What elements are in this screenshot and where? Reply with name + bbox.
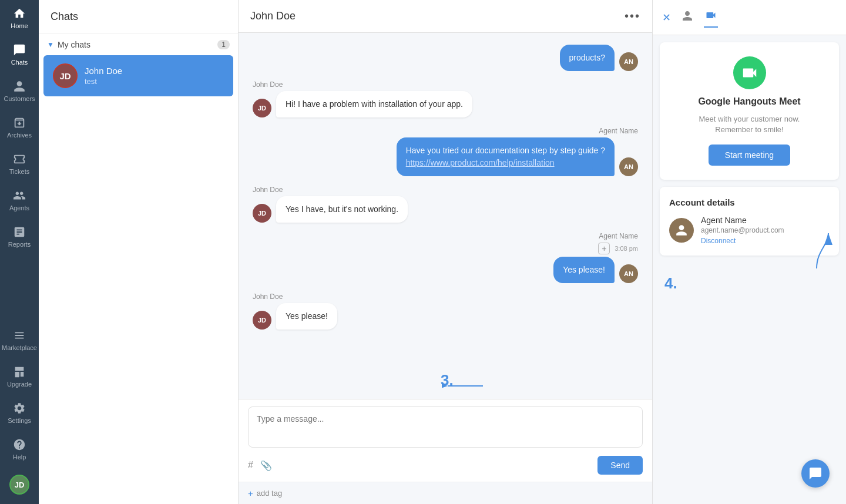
add-tag-plus-icon: + xyxy=(248,488,253,498)
message-sender-label: John Doe xyxy=(253,80,283,89)
sidebar-item-label: Upgrade xyxy=(7,381,32,388)
add-tag-row[interactable]: + add tag xyxy=(239,482,652,504)
customer-avatar: JD xyxy=(253,204,271,223)
more-options-button[interactable]: ••• xyxy=(625,9,640,23)
message-bubble-wrap: AN products? xyxy=(560,45,638,71)
chat-main: John Doe ••• AN products? John Doe JD Hi… xyxy=(239,0,652,504)
hashtag-button[interactable]: # xyxy=(248,460,253,471)
message-bubble-agent: Yes please! xyxy=(553,257,615,283)
customer-avatar: JD xyxy=(253,99,271,117)
sidebar: Home Chats Customers Archives Tickets Ag… xyxy=(0,0,39,504)
sidebar-user-avatar[interactable]: JD xyxy=(0,468,39,504)
sidebar-item-label: Tickets xyxy=(9,168,29,175)
add-tag-label: add tag xyxy=(257,489,282,498)
sidebar-item-archives[interactable]: Archives xyxy=(0,109,39,146)
customers-icon xyxy=(13,80,26,93)
sidebar-item-label: Home xyxy=(11,22,28,29)
tickets-icon xyxy=(13,153,26,166)
chat-input-icons: # 📎 xyxy=(248,460,272,471)
disconnect-link[interactable]: Disconnect xyxy=(701,237,784,245)
hangouts-description: Meet with your customer now.Remember to … xyxy=(699,114,800,135)
sidebar-item-label: Agents xyxy=(9,204,29,211)
message-sender-label: John Doe xyxy=(253,293,283,301)
right-panel: ✕ Google Hangouts Meet Meet with your cu… xyxy=(652,0,846,504)
hangouts-icon xyxy=(733,56,766,89)
sidebar-item-label: Marketplace xyxy=(2,344,37,351)
sidebar-item-marketplace[interactable]: Marketplace xyxy=(0,322,39,358)
marketplace-icon xyxy=(13,329,26,342)
close-panel-button[interactable]: ✕ xyxy=(662,11,671,24)
settings-icon xyxy=(13,402,26,415)
chat-list-item[interactable]: JD John Doe test xyxy=(43,55,233,96)
hangouts-card: Google Hangouts Meet Meet with your cust… xyxy=(660,42,839,180)
message-bubble-agent: Have you tried our documentation step by… xyxy=(397,137,615,176)
message-bubble-wrap: AN Have you tried our documentation step… xyxy=(397,137,638,176)
sidebar-item-label: Reports xyxy=(8,241,31,248)
message-sender-label: Agent Name xyxy=(599,232,638,240)
chats-icon xyxy=(13,43,26,56)
account-agent-email: agent.name@product.com xyxy=(701,226,784,234)
sidebar-item-home[interactable]: Home xyxy=(0,0,39,36)
upgrade-icon xyxy=(13,365,26,378)
panel-tab-video[interactable] xyxy=(704,7,718,28)
sidebar-item-label: Archives xyxy=(7,132,32,139)
chat-item-name: John Doe xyxy=(85,66,224,76)
add-reaction-button[interactable]: + xyxy=(598,243,610,254)
sidebar-item-settings[interactable]: Settings xyxy=(0,395,39,431)
sidebar-item-tickets[interactable]: Tickets xyxy=(0,146,39,182)
message-row: Agent Name + 3:08 pm AN Yes please! xyxy=(253,232,638,283)
sidebar-item-upgrade[interactable]: Upgrade xyxy=(0,358,39,395)
chat-item-info: John Doe test xyxy=(85,66,224,86)
send-button[interactable]: Send xyxy=(597,456,643,475)
chat-main-title: John Doe xyxy=(250,10,296,22)
message-time: 3:08 pm xyxy=(615,245,638,252)
message-bubble-customer: Hi! I have a problem with installation o… xyxy=(276,91,472,117)
message-bubble-wrap: JD Yes I have, but it's not working. xyxy=(253,196,408,223)
chat-input-toolbar: # 📎 Send xyxy=(248,456,643,475)
agents-icon xyxy=(13,189,26,202)
message-bubble-agent: products? xyxy=(560,45,615,71)
chats-panel-title: Chats xyxy=(51,11,78,22)
sidebar-item-label: Settings xyxy=(8,417,31,424)
message-row: Agent Name AN Have you tried our documen… xyxy=(253,127,638,176)
archives-icon xyxy=(13,116,26,129)
message-link[interactable]: https://www.product.com/help/installatio… xyxy=(406,158,555,167)
start-meeting-button[interactable]: Start meeting xyxy=(709,145,790,166)
account-agent-avatar xyxy=(669,218,694,243)
agent-avatar: AN xyxy=(619,52,638,71)
message-row: John Doe JD Yes I have, but it's not wor… xyxy=(253,186,638,223)
agent-avatar: AN xyxy=(619,264,638,283)
sidebar-item-help[interactable]: Help xyxy=(0,431,39,468)
message-bubble-wrap: JD Yes please! xyxy=(253,303,337,330)
chat-main-header: John Doe ••• xyxy=(239,0,652,33)
sidebar-item-reports[interactable]: Reports xyxy=(0,219,39,255)
hangouts-title: Google Hangouts Meet xyxy=(698,96,800,107)
message-input[interactable] xyxy=(248,406,643,448)
message-row: John Doe JD Yes please! xyxy=(253,293,638,330)
home-icon xyxy=(13,7,26,20)
sidebar-item-customers[interactable]: Customers xyxy=(0,73,39,109)
my-chats-label: ▼ My chats xyxy=(47,40,90,49)
annotation-4: 4. xyxy=(653,263,846,304)
message-sender-label: John Doe xyxy=(253,186,283,194)
sidebar-item-agents[interactable]: Agents xyxy=(0,182,39,219)
floating-chat-button[interactable] xyxy=(801,459,830,488)
chat-item-preview: test xyxy=(85,77,224,86)
message-row: John Doe JD Hi! I have a problem with in… xyxy=(253,80,638,117)
chat-input-area: # 📎 Send xyxy=(239,399,652,482)
message-row: AN products? xyxy=(253,45,638,71)
help-icon xyxy=(13,438,26,451)
my-chats-section[interactable]: ▼ My chats 1 xyxy=(39,34,238,55)
my-chats-text: My chats xyxy=(58,40,90,49)
right-panel-header: ✕ xyxy=(653,0,846,35)
message-time-wrap: + 3:08 pm xyxy=(598,243,638,254)
attachment-button[interactable]: 📎 xyxy=(260,460,272,471)
customer-avatar: JD xyxy=(253,311,271,330)
account-agent-info: Agent Name agent.name@product.com Discon… xyxy=(701,216,784,245)
sidebar-item-chats[interactable]: Chats xyxy=(0,36,39,73)
panel-tab-profile[interactable] xyxy=(680,8,694,27)
message-bubble-wrap: AN Yes please! xyxy=(553,257,638,283)
sidebar-item-label: Chats xyxy=(11,59,28,66)
chats-panel: Chats ▼ My chats 1 JD John Doe test xyxy=(39,0,239,504)
message-bubble-customer: Yes I have, but it's not working. xyxy=(276,196,408,223)
